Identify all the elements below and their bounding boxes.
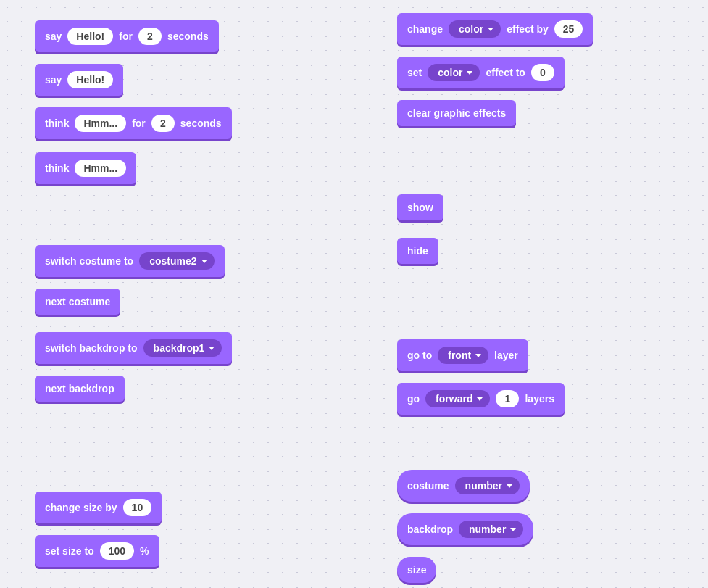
effect-by-label: effect by [507, 23, 549, 35]
backdrop-number-dropdown[interactable]: number [459, 521, 523, 538]
show-label: show [407, 202, 433, 213]
front-dropdown-arrow-icon [475, 354, 481, 357]
clear-graphic-effects-label: clear graphic effects [407, 107, 506, 119]
backdrop-dropdown-arrow-icon [209, 347, 215, 350]
say-label: say [45, 30, 62, 42]
go-to-front-layer-block[interactable]: go to front layer [397, 339, 528, 371]
percent-label: % [140, 545, 149, 557]
forward-dropdown-arrow-icon [477, 397, 483, 401]
set-size-label: set size to [45, 545, 94, 557]
set-color-dropdown[interactable]: color [428, 64, 480, 81]
change-size-block[interactable]: change size by 10 [35, 492, 162, 523]
switch-backdrop-label: switch backdrop to [45, 342, 138, 354]
say-hello-for-block[interactable]: say Hello! for 2 seconds [35, 20, 219, 52]
costume-number-block[interactable]: costume number [397, 470, 530, 502]
backdrop-dropdown-label: backdrop1 [154, 342, 205, 354]
go-label: go [407, 393, 420, 405]
size-reporter-label: size [407, 564, 426, 576]
backdrop-number-dropdown-label: number [469, 523, 506, 535]
set-color-effect-block[interactable]: set color effect to 0 [397, 57, 565, 88]
for-label: for [119, 30, 133, 42]
set-label: set [407, 67, 422, 78]
say2-label: say [45, 74, 62, 86]
hide-block[interactable]: hide [397, 238, 438, 264]
next-costume-label: next costume [45, 296, 110, 307]
backdrop-number-block[interactable]: backdrop number [397, 513, 533, 545]
think-hmm-input[interactable]: Hmm... [75, 115, 126, 132]
front-dropdown[interactable]: front [438, 347, 488, 364]
think-label: think [45, 117, 69, 129]
think-hmm-for-block[interactable]: think Hmm... for 2 seconds [35, 107, 232, 139]
switch-backdrop-block[interactable]: switch backdrop to backdrop1 [35, 332, 232, 364]
costume-number-dropdown-arrow-icon [507, 484, 512, 488]
think-for-label: for [132, 117, 146, 129]
go-to-label: go to [407, 349, 432, 361]
say-seconds-input[interactable]: 2 [138, 28, 162, 45]
color-dropdown-arrow-icon [488, 28, 493, 31]
costume-number-dropdown[interactable]: number [455, 477, 520, 494]
seconds-label: seconds [167, 30, 209, 42]
think-hmm-block[interactable]: think Hmm... [35, 152, 136, 184]
say-hello-input[interactable]: Hello! [67, 28, 113, 45]
next-costume-block[interactable]: next costume [35, 289, 120, 315]
change-label: change [407, 23, 443, 35]
set-size-input[interactable]: 100 [100, 542, 134, 560]
backdrop-number-dropdown-arrow-icon [510, 528, 516, 531]
backdrop-dropdown[interactable]: backdrop1 [143, 339, 222, 357]
costume-dropdown-arrow-icon [201, 260, 207, 263]
say-hello2-input[interactable]: Hello! [67, 71, 113, 88]
effect-to-label: effect to [486, 67, 525, 78]
color-effect-dropdown[interactable]: color [449, 20, 501, 38]
think2-label: think [45, 162, 69, 174]
forward-dropdown-label: forward [436, 393, 472, 405]
blocks-canvas: say Hello! for 2 seconds say Hello! thin… [0, 0, 708, 588]
backdrop-reporter-label: backdrop [407, 523, 453, 535]
think-hmm2-input[interactable]: Hmm... [75, 160, 126, 177]
color-effect-value[interactable]: 25 [554, 20, 583, 38]
think-seconds-label: seconds [180, 117, 222, 129]
color-dropdown-label: color [459, 23, 483, 35]
set-color-effect-value[interactable]: 0 [531, 64, 554, 81]
costume-number-dropdown-label: number [465, 480, 502, 492]
set-size-block[interactable]: set size to 100 % [35, 535, 159, 567]
hide-label: hide [407, 245, 428, 257]
go-forward-layers-block[interactable]: go forward 1 layers [397, 383, 565, 415]
clear-graphic-effects-block[interactable]: clear graphic effects [397, 100, 516, 126]
costume-dropdown-label: costume2 [149, 255, 196, 267]
say-hello-block[interactable]: say Hello! [35, 64, 123, 96]
think-seconds-input[interactable]: 2 [151, 115, 175, 132]
change-color-effect-block[interactable]: change color effect by 25 [397, 13, 593, 45]
change-size-label: change size by [45, 502, 117, 513]
set-color-dropdown-arrow-icon [467, 71, 472, 75]
set-color-dropdown-label: color [438, 67, 462, 78]
show-block[interactable]: show [397, 194, 443, 220]
switch-costume-label: switch costume to [45, 255, 133, 267]
size-block[interactable]: size [397, 557, 436, 583]
layers-label: layers [525, 393, 554, 405]
switch-costume-block[interactable]: switch costume to costume2 [35, 245, 225, 277]
costume-dropdown[interactable]: costume2 [139, 252, 214, 270]
front-dropdown-label: front [448, 349, 471, 361]
layer-label: layer [494, 349, 518, 361]
forward-layers-input[interactable]: 1 [496, 390, 519, 407]
forward-dropdown[interactable]: forward [425, 390, 490, 407]
next-backdrop-label: next backdrop [45, 383, 114, 394]
change-size-input[interactable]: 10 [123, 499, 152, 516]
next-backdrop-block[interactable]: next backdrop [35, 376, 125, 402]
costume-reporter-label: costume [407, 480, 449, 492]
